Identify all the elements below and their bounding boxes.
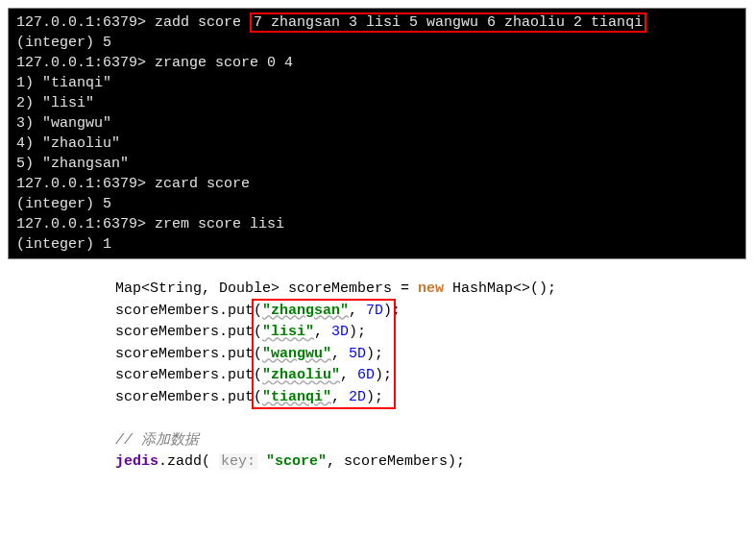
code-text: scoreMembers.put( <box>115 389 262 405</box>
blank-line <box>115 408 746 430</box>
code-text: HashMap<>(); <box>444 280 556 297</box>
code-text: scoreMembers.put( <box>115 367 262 383</box>
keyword-new: new <box>418 280 444 297</box>
code-line-decl: Map<String, Double> scoreMembers = new H… <box>115 279 746 301</box>
terminal-line: 127.0.0.1:6379> zrem score lisi <box>16 214 738 234</box>
code-text <box>257 453 266 470</box>
code-text: scoreMembers.put( <box>115 303 262 319</box>
string-literal: "wangwu" <box>262 346 331 362</box>
code-text: ); <box>349 324 366 340</box>
terminal-line: (integer) 5 <box>16 33 738 53</box>
terminal-cmd: zrem score lisi <box>155 216 284 232</box>
code-text: , <box>340 367 357 383</box>
terminal-line: 3) "wangwu" <box>16 113 738 134</box>
number-literal: 2D <box>349 389 366 405</box>
zadd-args-highlight: 7 zhangsan 3 lisi 5 wangwu 6 zhaoliu 2 t… <box>250 12 646 33</box>
terminal-line: 2) "lisi" <box>16 93 738 113</box>
code-comment: // 添加数据 <box>115 430 746 452</box>
code-text: ); <box>366 389 383 405</box>
terminal-line: (integer) 1 <box>16 234 738 255</box>
string-literal: "tianqi" <box>262 389 331 405</box>
terminal-prompt: 127.0.0.1:6379> <box>16 14 155 31</box>
code-text: ); <box>366 346 383 362</box>
terminal-line: 127.0.0.1:6379> zrange score 0 4 <box>16 53 738 73</box>
string-literal: "zhangsan" <box>262 303 349 319</box>
code-text: ); <box>375 367 392 383</box>
code-line-zadd: jedis.zadd( key: "score", scoreMembers); <box>115 451 746 474</box>
param-hint: key: <box>219 453 257 470</box>
code-text: scoreMembers.put( <box>115 346 262 362</box>
terminal-output: 127.0.0.1:6379> zadd score 7 zhangsan 3 … <box>8 8 746 259</box>
terminal-line: 1) "tianqi" <box>16 73 738 93</box>
terminal-line: (integer) 5 <box>16 194 738 214</box>
code-text: scoreMembers.put( <box>115 324 262 340</box>
code-text: , scoreMembers); <box>327 453 465 470</box>
terminal-line: 127.0.0.1:6379> zadd score 7 zhangsan 3 … <box>16 12 738 33</box>
code-text: ); <box>383 303 401 319</box>
code-text: .zadd( <box>158 453 219 470</box>
terminal-line: 127.0.0.1:6379> zcard score <box>16 174 738 194</box>
string-literal: "score" <box>266 453 327 470</box>
terminal-prompt: 127.0.0.1:6379> <box>16 176 155 192</box>
terminal-prompt: 127.0.0.1:6379> <box>16 55 155 71</box>
code-line-put: scoreMembers.put("wangwu", 5D); <box>115 344 746 366</box>
code-line-put: scoreMembers.put("zhangsan", 7D); <box>115 301 746 323</box>
number-literal: 7D <box>366 303 383 319</box>
java-code-block: Map<String, Double> scoreMembers = new H… <box>0 259 754 481</box>
code-line-put: scoreMembers.put("lisi", 3D); <box>115 322 746 344</box>
terminal-cmd: zcard score <box>155 176 250 192</box>
code-text: , <box>331 346 349 362</box>
number-literal: 3D <box>331 324 349 340</box>
number-literal: 6D <box>357 367 375 383</box>
code-line-put: scoreMembers.put("tianqi", 2D); <box>115 387 746 409</box>
terminal-line: 4) "zhaoliu" <box>16 134 738 154</box>
code-text: Map<String, Double> scoreMembers = <box>115 280 418 297</box>
terminal-cmd: zadd score <box>155 14 250 31</box>
terminal-line: 5) "zhangsan" <box>16 154 738 174</box>
code-text: , <box>349 303 366 319</box>
number-literal: 5D <box>349 346 366 362</box>
code-line-put: scoreMembers.put("zhaoliu", 6D); <box>115 365 746 387</box>
terminal-cmd: zrange score 0 4 <box>155 55 293 71</box>
code-text: , <box>314 324 331 340</box>
string-literal: "zhaoliu" <box>262 367 340 383</box>
string-literal: "lisi" <box>262 324 314 340</box>
code-text: , <box>331 389 349 405</box>
object-ref: jedis <box>115 453 158 470</box>
terminal-prompt: 127.0.0.1:6379> <box>16 216 155 232</box>
